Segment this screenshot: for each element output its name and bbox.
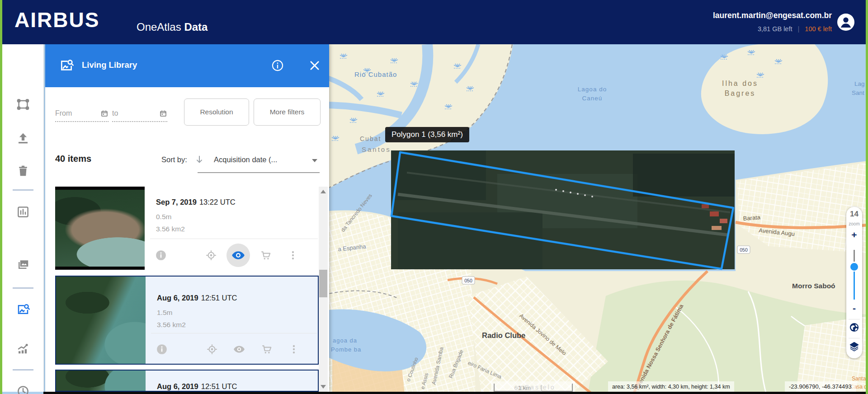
- locate-target-icon[interactable]: [206, 343, 218, 355]
- date-from-field[interactable]: From: [55, 106, 108, 122]
- preview-eye-icon-active[interactable]: [226, 244, 250, 267]
- zoom-label: zoom: [846, 221, 862, 226]
- top-header: AIRBUS OneAtlas Data laurent.martin@enge…: [0, 0, 868, 44]
- cart-icon[interactable]: [261, 343, 273, 355]
- sort-direction-icon[interactable]: [194, 155, 204, 164]
- history-button[interactable]: [16, 385, 30, 394]
- zoom-level: 14: [846, 210, 862, 219]
- label-lag: Lag: [854, 80, 865, 87]
- kebab-menu-icon[interactable]: [288, 343, 300, 355]
- kebab-menu-icon[interactable]: [287, 249, 299, 261]
- upload-aoi-button[interactable]: [16, 131, 30, 145]
- tool-sidebar: [2, 44, 44, 392]
- zoom-in-button[interactable]: +: [846, 230, 862, 240]
- preview-eye-icon[interactable]: [233, 343, 245, 355]
- frame-border-bottom: [43, 392, 868, 394]
- acquisition-date-bold: Aug 6, 2019: [157, 382, 198, 390]
- area-value: 3.56 km2: [157, 321, 186, 329]
- road-shield: 050: [737, 246, 750, 253]
- scrollbar-thumb[interactable]: [319, 270, 327, 297]
- product-title: OneAtlas Data: [137, 21, 208, 33]
- results-scrollbar[interactable]: [319, 187, 328, 392]
- label-pombeba: Pombe ba: [331, 346, 361, 353]
- item-info-icon[interactable]: [156, 343, 168, 355]
- acquisition-date: Sep 7, 201913:22 UTC: [156, 198, 236, 206]
- label-bagres: Bagres: [725, 89, 756, 97]
- cart-icon[interactable]: [260, 249, 272, 261]
- sort-underline: [198, 172, 320, 173]
- frame-border-right: [866, 0, 868, 394]
- results-count: 40 items: [55, 154, 91, 164]
- sidebar-divider: [13, 189, 33, 191]
- storage-left: 3,81 GB left: [758, 25, 793, 33]
- label-rio-cubatao: Rio Cubatão: [354, 70, 397, 78]
- scale-box: [491, 381, 575, 392]
- acquisition-time: 13:22 UTC: [199, 198, 236, 206]
- scroll-down-button[interactable]: [319, 382, 328, 392]
- label-morro: Morro Saboó: [792, 282, 835, 290]
- living-library-panel: Living Library From to Resolution More f…: [45, 44, 329, 392]
- zoom-slider[interactable]: [846, 250, 862, 300]
- zoom-slider-handle[interactable]: [850, 263, 858, 271]
- analytics-button[interactable]: [16, 205, 30, 219]
- sidebar-divider: [13, 287, 33, 289]
- sidebar-divider: [13, 369, 33, 371]
- zoom-slider-track-upper[interactable]: [854, 250, 855, 262]
- credit-left: 100 € left: [805, 25, 832, 33]
- result-card-body: Aug 6, 201912:51 UTC 1.5m 3.56 km2: [146, 277, 318, 364]
- result-thumbnail[interactable]: [56, 277, 146, 364]
- zoom-slider-track-lower[interactable]: [854, 272, 855, 300]
- resolution-filter-button[interactable]: Resolution: [184, 98, 249, 126]
- label-ilha-dos: Ilha dos: [722, 80, 758, 87]
- polygon-tooltip: Polygon 1 (3,56 km²): [385, 127, 469, 142]
- result-thumbnail[interactable]: [56, 371, 146, 391]
- calendar-icon[interactable]: [159, 109, 167, 117]
- date-to-field[interactable]: to: [112, 106, 167, 122]
- svg-text:050: 050: [464, 278, 472, 283]
- label-santos: Santos: [362, 145, 391, 153]
- account-quota: 3,81 GB left | 100 € left: [758, 25, 832, 33]
- layers-button[interactable]: [849, 341, 859, 352]
- chevron-down-icon[interactable]: [312, 159, 317, 162]
- more-filters-button[interactable]: More filters: [254, 98, 321, 126]
- acquisition-date: Aug 6, 201912:51 UTC: [157, 382, 237, 391]
- zoom-control: 14 zoom + -: [846, 207, 862, 358]
- resolution-value: 1.5m: [157, 309, 172, 317]
- result-card-selected[interactable]: Aug 6, 201912:51 UTC: [55, 370, 319, 392]
- cursor-coordinates: -23.906790, -46.374493: [785, 381, 856, 392]
- acquisition-date-bold: Aug 6, 2019: [157, 294, 198, 302]
- label-sant: Sant: [852, 89, 864, 96]
- basemap-globe-button[interactable]: [849, 322, 859, 333]
- item-info-icon[interactable]: [155, 249, 167, 261]
- delete-aoi-button[interactable]: [16, 164, 30, 178]
- label-santa: Santa: [852, 375, 866, 382]
- sort-field-dropdown[interactable]: Acquisition date (...: [214, 155, 277, 164]
- result-card-body: Aug 6, 201912:51 UTC: [146, 371, 318, 391]
- close-icon[interactable]: [308, 59, 321, 72]
- acquisition-date: Aug 6, 201912:51 UTC: [157, 294, 237, 302]
- result-thumbnail[interactable]: [55, 187, 145, 270]
- locate-target-icon[interactable]: [205, 249, 217, 261]
- area-value: 3.56 km2: [156, 225, 185, 233]
- airbus-logo: AIRBUS: [14, 8, 99, 32]
- result-card[interactable]: Sep 7, 201913:22 UTC 0.5m 3.56 km2: [55, 187, 319, 270]
- zoom-out-button[interactable]: -: [846, 303, 862, 314]
- satellite-image-overlay[interactable]: [391, 150, 735, 269]
- monitoring-button[interactable]: [16, 342, 30, 355]
- user-avatar[interactable]: [837, 14, 854, 31]
- calendar-icon[interactable]: [100, 109, 108, 117]
- date-from-label: From: [55, 109, 72, 117]
- svg-text:050: 050: [740, 247, 748, 253]
- my-images-button[interactable]: [16, 258, 30, 271]
- road-shield: 050: [462, 277, 475, 284]
- living-library-button-active[interactable]: [16, 303, 30, 316]
- quota-divider: |: [798, 25, 800, 33]
- result-card-selected[interactable]: Aug 6, 201912:51 UTC 1.5m 3.56 km2: [55, 276, 319, 365]
- card-divider: [150, 239, 318, 239]
- label-lagoa-do: Lagoa do: [578, 86, 607, 93]
- scroll-up-button[interactable]: [319, 187, 328, 197]
- info-icon[interactable]: [271, 59, 284, 72]
- frame-border-left: [0, 0, 2, 394]
- label-radio-clube: Radio Clube: [482, 331, 525, 339]
- draw-polygon-button[interactable]: [16, 98, 30, 111]
